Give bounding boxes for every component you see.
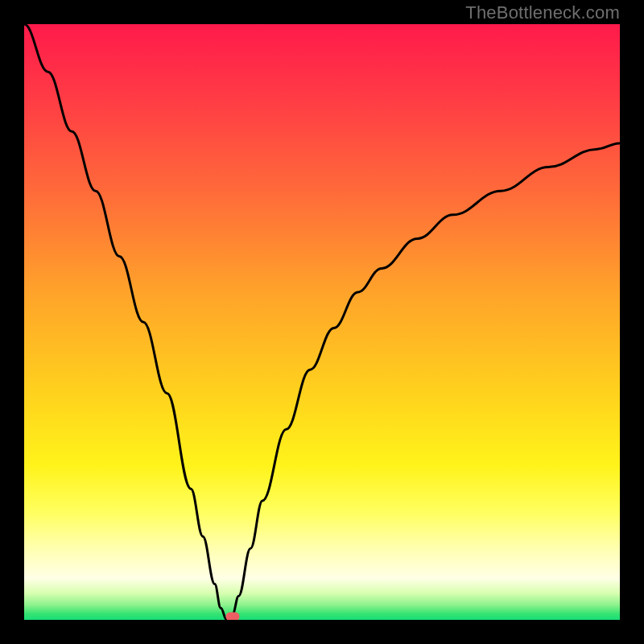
minimum-marker	[226, 613, 240, 620]
bottleneck-curve	[24, 24, 620, 620]
plot-area	[24, 24, 620, 620]
chart-frame: TheBottleneck.com	[0, 0, 644, 644]
curve-layer	[24, 24, 620, 620]
watermark-text: TheBottleneck.com	[465, 2, 620, 23]
